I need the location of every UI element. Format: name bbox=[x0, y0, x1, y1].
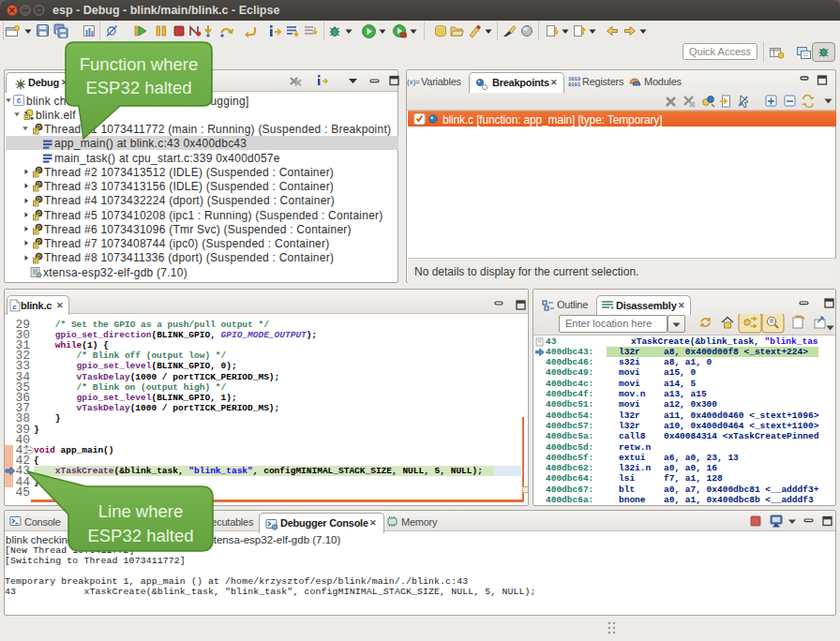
svg-text:c: c bbox=[12, 303, 17, 311]
svg-text:c: c bbox=[17, 96, 22, 105]
